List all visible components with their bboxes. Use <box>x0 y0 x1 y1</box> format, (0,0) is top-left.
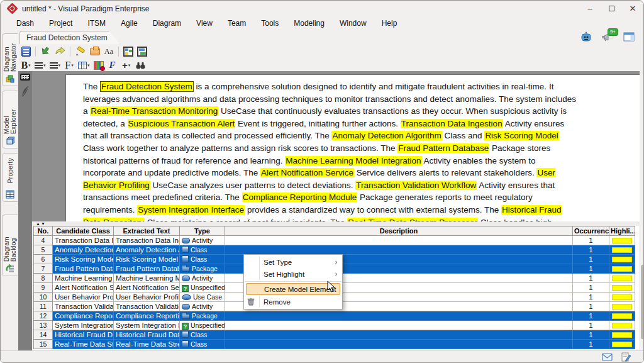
color-palette-button[interactable] <box>92 59 105 72</box>
import-button[interactable] <box>39 45 52 58</box>
cell-row-number[interactable]: 4 <box>34 236 53 245</box>
edit-document-icon[interactable] <box>621 352 631 362</box>
cell-type[interactable]: Activity <box>180 236 225 245</box>
cell-candidate-class[interactable]: User Behavior Profiling <box>53 293 114 302</box>
cell-occurrence[interactable]: 1 <box>573 245 609 255</box>
cell-highlight[interactable] <box>609 245 635 255</box>
diagram-view-button[interactable] <box>122 45 135 58</box>
announcements-megaphone-icon[interactable]: 9+ <box>601 31 614 43</box>
cell-occurrence[interactable]: 1 <box>573 236 609 245</box>
highlight-color-swatch[interactable] <box>612 276 632 281</box>
feather-pen-icon[interactable] <box>21 86 30 98</box>
cell-extracted-text[interactable]: Transaction Data Ingestion <box>114 236 180 245</box>
font-button[interactable]: F▾ <box>63 59 75 72</box>
highlighted-term[interactable]: Suspicious Transaction Alert <box>128 119 236 128</box>
highlighter-button[interactable] <box>74 45 87 58</box>
cell-row-number[interactable]: 5 <box>34 245 53 255</box>
cell-description[interactable] <box>225 311 573 321</box>
cell-occurrence[interactable]: 1 <box>573 321 609 330</box>
cell-description[interactable] <box>225 340 573 349</box>
cell-row-number[interactable]: 8 <box>34 274 53 283</box>
menu-item-view[interactable]: View <box>189 18 220 29</box>
table-row-13[interactable]: 13System Integration InterfaceSystem Int… <box>34 321 635 330</box>
cell-candidate-class[interactable]: Transaction Validation Workflow <box>53 302 114 311</box>
find-button[interactable] <box>134 59 147 72</box>
cell-type[interactable]: Class <box>180 245 225 255</box>
highlight-color-swatch[interactable] <box>612 257 632 262</box>
cell-candidate-class[interactable]: Fraud Pattern Database <box>53 264 114 274</box>
cell-occurrence[interactable]: 1 <box>573 311 609 321</box>
cell-highlight[interactable] <box>609 255 635 264</box>
highlight-color-swatch[interactable] <box>612 266 632 272</box>
cell-candidate-class[interactable]: Transaction Data Ingestion <box>53 236 114 245</box>
cell-occurrence[interactable]: 1 <box>573 274 609 283</box>
column-header-candidate-class[interactable]: Candidate Class <box>53 226 114 236</box>
column-header-type[interactable]: Type <box>180 226 225 236</box>
cell-highlight[interactable] <box>609 293 635 302</box>
column-header-no-[interactable]: No. <box>34 226 53 236</box>
cell-row-number[interactable]: 10 <box>34 293 53 302</box>
highlighted-term[interactable]: Machine Learning Model Integration <box>285 156 421 165</box>
cell-extracted-text[interactable]: Transaction Validation Workflow <box>114 302 180 311</box>
formula-button[interactable]: F <box>106 59 119 72</box>
scrollbar-thumb[interactable] <box>641 265 644 339</box>
sidebar-tab-diagram-backlog[interactable]: Diagram Backlog <box>2 215 18 276</box>
cell-extracted-text[interactable]: User Behavior Profiling <box>114 293 180 302</box>
bold-button[interactable]: B▾ <box>19 59 32 72</box>
add-button[interactable]: +▾ <box>120 59 133 72</box>
cell-occurrence[interactable]: 1 <box>573 255 609 264</box>
menu-item-diagram[interactable]: Diagram <box>145 18 189 29</box>
menu-item-project[interactable]: Project <box>42 18 80 29</box>
menu-item-dash[interactable]: Dash <box>9 18 42 29</box>
cell-highlight[interactable] <box>609 274 635 283</box>
align-button[interactable]: ▾ <box>33 59 47 72</box>
menu-item-tools[interactable]: Tools <box>253 18 286 29</box>
cell-type[interactable]: Package <box>180 311 225 321</box>
minimize-button[interactable]: – <box>579 1 601 16</box>
new-note-button[interactable] <box>89 45 101 58</box>
highlighted-term-selected[interactable]: Fraud Detection System <box>100 81 194 92</box>
table-button[interactable]: ▾ <box>77 59 91 72</box>
cell-type[interactable]: Activity <box>180 274 225 283</box>
cell-row-number[interactable]: 6 <box>34 255 53 264</box>
textual-analysis-button[interactable] <box>19 45 32 58</box>
context-menu-item-set-type[interactable]: Set Type› <box>244 256 342 268</box>
highlight-color-swatch[interactable] <box>612 304 632 310</box>
highlighted-term[interactable]: Fraud Pattern Database <box>397 143 489 153</box>
highlight-color-swatch[interactable] <box>612 238 632 243</box>
column-header-occurrence[interactable]: Occurrence <box>573 226 609 236</box>
close-button[interactable]: ✕ <box>622 1 643 16</box>
cell-type[interactable]: Class <box>180 330 225 340</box>
cell-type[interactable]: ?Unspecified <box>180 321 225 330</box>
cell-candidate-class[interactable]: Historical Fraud Data Repository <box>53 330 114 340</box>
highlighted-term[interactable]: Real-Time Transaction Monitoring <box>90 106 218 116</box>
context-menu-item-set-highlight[interactable]: Set Highlight› <box>244 268 342 280</box>
table-row-12[interactable]: 12Compliance Reporting ModuleCompliance … <box>34 311 635 321</box>
menu-item-agile[interactable]: Agile <box>113 18 145 29</box>
list-button[interactable]: ▾ <box>48 59 62 72</box>
cell-highlight[interactable] <box>609 302 635 311</box>
cell-row-number[interactable]: 13 <box>34 321 53 330</box>
cell-candidate-class[interactable]: Real-Time Data Stream Processor <box>53 340 114 349</box>
maximize-button[interactable] <box>601 1 622 16</box>
cell-highlight[interactable] <box>609 311 635 321</box>
cell-description[interactable] <box>225 236 573 245</box>
panel-splitter[interactable]: ▲▼ <box>32 221 640 226</box>
highlighted-term[interactable]: Transaction Data Ingestion <box>401 119 503 128</box>
tab-fraud-detection-system[interactable]: Fraud Detection System <box>19 31 120 44</box>
sidebar-tab-property[interactable]: Property <box>2 153 18 202</box>
cell-extracted-text[interactable]: Anomaly Detection Algorithm <box>114 245 180 255</box>
highlight-color-swatch[interactable] <box>612 323 632 328</box>
cell-highlight[interactable] <box>609 340 635 349</box>
highlight-color-swatch[interactable] <box>612 294 632 300</box>
cell-extracted-text[interactable]: Historical Fraud Data Repository <box>114 330 180 340</box>
cell-row-number[interactable]: 7 <box>34 264 53 274</box>
cell-row-number[interactable]: 14 <box>34 330 53 340</box>
cell-candidate-class[interactable]: Anomaly Detection Algorithm <box>53 245 114 255</box>
column-header-extracted-text[interactable]: Extracted Text <box>114 226 180 236</box>
cell-type[interactable]: Class <box>180 255 225 264</box>
cell-type[interactable]: Package <box>180 264 225 274</box>
cell-extracted-text[interactable]: Machine Learning Model Integration <box>114 274 180 283</box>
cell-occurrence[interactable]: 1 <box>573 264 609 274</box>
highlighted-term[interactable]: Transaction Validation Workflow <box>355 181 477 190</box>
